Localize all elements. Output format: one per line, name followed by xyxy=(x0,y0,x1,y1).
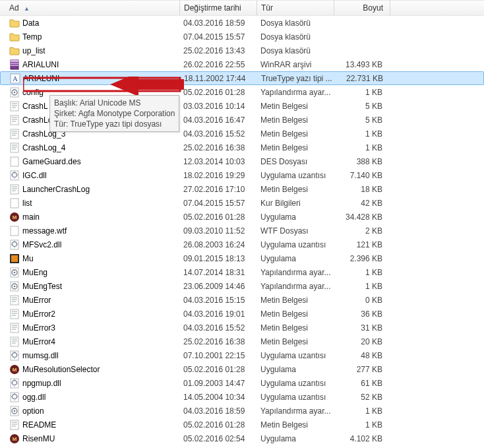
file-tooltip: Başlık: Arial Unicode MS Şirket: Agfa Mo… xyxy=(49,95,179,132)
file-size-cell: 388 KB xyxy=(334,157,389,166)
file-row[interactable]: up_list25.02.2016 13:43Dosya klasörü xyxy=(0,44,484,57)
file-row[interactable]: CrashLog_425.02.2016 16:38Metin Belgesi1… xyxy=(0,141,484,154)
file-size-cell: 52 KB xyxy=(334,393,389,402)
file-row[interactable]: MuError04.03.2016 15:15Metin Belgesi0 KB xyxy=(0,293,484,307)
file-row[interactable]: MMuResolutionSelector05.02.2016 01:28Uyg… xyxy=(0,362,484,376)
file-name-cell: CrashLog_4 xyxy=(0,143,179,153)
file-name-cell: AARIALUNI xyxy=(1,73,180,84)
file-name-cell: MuError2 xyxy=(0,309,179,319)
file-name-label: main xyxy=(22,212,40,222)
file-row[interactable]: Temp07.04.2015 15:57Dosya klasörü xyxy=(0,30,484,44)
file-row[interactable]: Mmain05.02.2016 01:28Uygulama34.428 KB xyxy=(0,210,484,224)
file-row[interactable]: list07.04.2015 15:57Kur Bilgileri42 KB xyxy=(0,196,484,210)
file-name-label: MuError2 xyxy=(22,309,55,319)
file-date-cell: 09.01.2015 18:13 xyxy=(179,254,257,263)
svg-text:M: M xyxy=(13,436,17,442)
app-mu-icon: M xyxy=(9,364,20,375)
file-size-cell: 121 KB xyxy=(334,240,389,249)
file-date-cell: 01.09.2003 14:47 xyxy=(179,379,257,388)
file-name-label: ogg.dll xyxy=(22,393,45,402)
svg-text:M: M xyxy=(13,214,17,220)
column-separator[interactable] xyxy=(390,1,390,15)
svg-rect-2 xyxy=(11,63,18,64)
file-row[interactable]: MuEngTest23.06.2009 14:46Yapılandırma ay… xyxy=(0,279,484,293)
file-date-cell: 05.02.2016 01:28 xyxy=(179,365,257,374)
txt-icon xyxy=(9,336,20,347)
file-name-label: MuError xyxy=(22,296,51,305)
file-name-label: Mu xyxy=(22,254,34,263)
file-size-cell: 61 KB xyxy=(334,379,389,388)
file-size-cell: 1 KB xyxy=(334,282,389,291)
txt-icon xyxy=(9,323,20,333)
svg-rect-25 xyxy=(11,157,18,166)
file-date-cell: 04.03.2016 15:52 xyxy=(179,323,257,333)
file-row[interactable]: message.wtf09.03.2010 11:52WTF Dosyası2 … xyxy=(0,224,484,238)
file-type-cell: Metin Belgesi xyxy=(257,337,334,346)
file-row[interactable]: MuError204.03.2016 19:01Metin Belgesi36 … xyxy=(0,307,484,321)
column-header-name[interactable]: Ad ▲ xyxy=(0,3,179,13)
file-name-label: CrashLog_4 xyxy=(22,143,65,152)
svg-rect-3 xyxy=(11,65,18,66)
file-date-cell: 05.02.2016 01:28 xyxy=(179,420,257,430)
file-name-label: GameGuard.des xyxy=(22,157,81,166)
svg-text:M: M xyxy=(13,367,17,373)
file-type-cell: Metin Belgesi xyxy=(257,143,334,152)
tooltip-line-title: Başlık: Arial Unicode MS xyxy=(54,98,175,108)
svg-rect-58 xyxy=(11,337,18,346)
file-row[interactable]: ogg.dll14.05.2004 10:34Uygulama uzantısı… xyxy=(0,390,484,404)
file-size-cell: 5 KB xyxy=(334,115,389,125)
file-row[interactable]: Mu09.01.2015 18:13Uygulama2.396 KB xyxy=(0,251,484,265)
file-row[interactable]: mumsg.dll07.10.2001 22:15Uygulama uzantı… xyxy=(0,348,484,362)
file-row[interactable]: MuEng14.07.2014 18:31Yapılandırma ayar..… xyxy=(0,265,484,279)
file-row[interactable]: Data04.03.2016 18:59Dosya klasörü xyxy=(0,16,484,30)
ini-icon xyxy=(9,87,20,98)
file-row[interactable]: option04.03.2016 18:59Yapılandırma ayar.… xyxy=(0,404,484,418)
file-row[interactable]: IGC.dll18.02.2016 19:29Uygulama uzantısı… xyxy=(0,168,484,182)
dll-icon xyxy=(9,240,20,250)
svg-rect-35 xyxy=(11,226,18,236)
column-header-size[interactable]: Boyut xyxy=(334,3,390,13)
file-row[interactable]: LauncherCrashLog27.02.2016 17:10Metin Be… xyxy=(0,182,484,196)
file-date-cell: 14.07.2014 18:31 xyxy=(179,268,257,277)
file-name-label: MuEngTest xyxy=(22,282,62,291)
file-date-cell: 25.02.2016 16:38 xyxy=(179,337,257,346)
file-row[interactable]: MuError425.02.2016 16:38Metin Belgesi20 … xyxy=(0,335,484,348)
file-name-cell: IGC.dll xyxy=(0,170,179,181)
dll-icon xyxy=(9,350,20,361)
file-size-cell: 34.428 KB xyxy=(334,212,389,222)
sort-asc-icon: ▲ xyxy=(24,5,30,12)
file-name-cell: option xyxy=(0,406,179,416)
file-row[interactable]: AARIALUNI18.11.2002 17:44TrueType yazı t… xyxy=(0,71,484,85)
file-size-cell: 36 KB xyxy=(334,309,389,319)
file-type-cell: Metin Belgesi xyxy=(257,185,334,194)
file-row[interactable]: MRisenMU05.02.2016 02:54Uygulama4.102 KB xyxy=(0,432,484,445)
file-row[interactable]: README05.02.2016 01:28Metin Belgesi1 KB xyxy=(0,418,484,432)
file-date-cell: 26.08.2003 16:24 xyxy=(179,240,257,249)
file-date-cell: 23.06.2009 14:46 xyxy=(179,282,257,291)
file-type-cell: Uygulama uzantısı xyxy=(257,379,334,388)
svg-rect-13 xyxy=(11,115,18,125)
file-date-cell: 05.02.2016 01:28 xyxy=(179,88,257,97)
txt-icon xyxy=(9,129,20,139)
file-name-label: npgmup.dll xyxy=(22,379,61,388)
file-name-label: ARIALUNI xyxy=(22,60,59,69)
file-type-cell: Uygulama uzantısı xyxy=(257,240,334,249)
file-name-label: message.wtf xyxy=(22,226,67,236)
file-date-cell: 07.04.2015 15:57 xyxy=(179,32,257,42)
file-size-cell: 2 KB xyxy=(334,226,389,236)
column-header-row: Ad ▲ Değiştirme tarihi Tür Boyut xyxy=(0,0,484,16)
file-name-cell: mumsg.dll xyxy=(0,350,179,361)
file-name-cell: Data xyxy=(0,18,179,28)
file-row[interactable]: MuError304.03.2016 15:52Metin Belgesi31 … xyxy=(0,321,484,335)
file-row[interactable]: GameGuard.des12.03.2014 10:03DES Dosyası… xyxy=(0,154,484,168)
file-name-cell: MuEng xyxy=(0,267,179,278)
file-size-cell: 1 KB xyxy=(334,129,389,139)
file-row[interactable]: MFSvc2.dll26.08.2003 16:24Uygulama uzant… xyxy=(0,238,484,251)
column-header-date[interactable]: Değiştirme tarihi xyxy=(180,3,257,13)
file-row[interactable]: ARIALUNI26.02.2016 22:55WinRAR arşivi13.… xyxy=(0,57,484,71)
file-type-cell: Metin Belgesi xyxy=(257,420,334,430)
file-name-cell: ARIALUNI xyxy=(0,59,179,70)
column-header-type[interactable]: Tür xyxy=(257,3,334,13)
file-row[interactable]: npgmup.dll01.09.2003 14:47Uygulama uzant… xyxy=(0,376,484,390)
file-size-cell: 1 KB xyxy=(334,88,389,97)
